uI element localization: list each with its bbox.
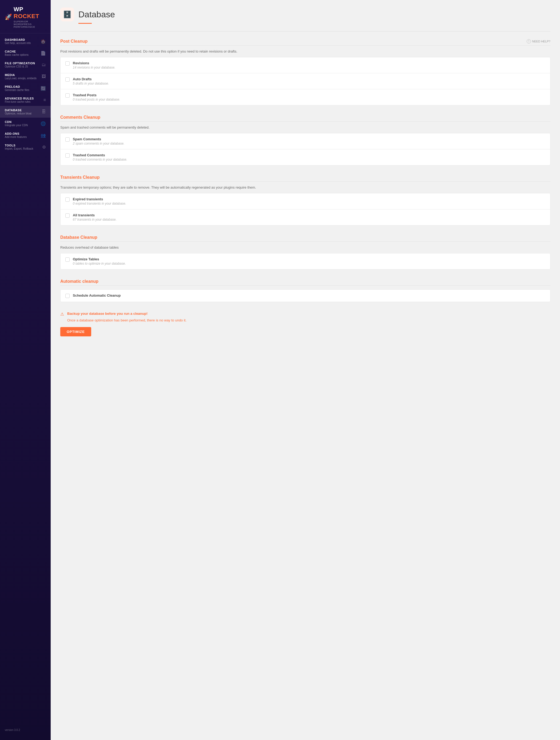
sidebar-item-file-optimization[interactable]: FILE OPTIMIZATION Optimize CSS & JS 🗂 <box>0 59 51 71</box>
nav-item-subtitle-media: LazyLoad, emojis, embeds <box>5 77 36 80</box>
nav-item-title-media: MEDIA <box>5 73 36 77</box>
nav-item-content-dashboard: DASHBOARD Get help, account info <box>5 38 31 44</box>
sidebar-item-preload[interactable]: PRELOAD Generate cache files 🔄 <box>0 82 51 94</box>
checkbox-auto-drafts[interactable] <box>65 77 70 82</box>
option-text-expired-transients: Expired transients 0 expired transients … <box>73 197 126 205</box>
option-label-optimize-tables: Optimize Tables <box>73 257 126 261</box>
nav-item-subtitle-cache: Basic cache options <box>5 53 28 56</box>
option-meta-all-transients: 67 transients in your database. <box>73 218 117 221</box>
nav-item-title-preload: PRELOAD <box>5 85 29 88</box>
checkbox-schedule-cleanup[interactable] <box>65 294 70 298</box>
nav-item-subtitle-advanced-rules: Fine-tune cache rules <box>5 100 34 103</box>
database-cleanup-desc: Reduces overhead of database tables <box>60 246 550 250</box>
main-content: 🗄️ Database Post Cleanup ? NEED HELP? Po… <box>51 0 560 740</box>
automatic-cleanup-divider <box>60 285 550 286</box>
option-row-spam-comments: Spam Comments 2 spam comments in your da… <box>60 133 550 149</box>
checkbox-trashed-posts[interactable] <box>65 93 70 98</box>
option-row-expired-transients: Expired transients 0 expired transients … <box>60 193 550 209</box>
option-meta-optimize-tables: 0 tables to optimize in your database. <box>73 262 126 265</box>
section-comments-cleanup-header: Comments Cleanup <box>60 115 550 120</box>
nav-item-content-tools: TOOLS Import, Export, Rollback <box>5 144 33 150</box>
option-row-trashed-posts: Trashed Posts 0 trashed posts in your da… <box>60 89 550 105</box>
undo-warning-text: Once a database optimization has been pe… <box>67 318 550 322</box>
nav-item-subtitle-file-optimization: Optimize CSS & JS <box>5 65 35 68</box>
sidebar-item-advanced-rules[interactable]: ADVANCED RULES Fine-tune cache rules ≡ <box>0 94 51 106</box>
option-label-expired-transients: Expired transients <box>73 197 126 201</box>
page-title-underline <box>79 23 92 24</box>
section-database-cleanup: Database Cleanup Reduces overhead of dat… <box>60 235 550 269</box>
logo-brand: WP ROCKET <box>14 6 46 20</box>
need-help-label: NEED HELP? <box>532 40 550 43</box>
section-transients-cleanup-header: Transients Cleanup <box>60 175 550 180</box>
nav-icon-preload: 🔄 <box>40 86 46 91</box>
option-label-all-transients: All transients <box>73 213 117 217</box>
warning-icon: ⚠ <box>60 311 65 317</box>
option-row-optimize-tables: Optimize Tables 0 tables to optimize in … <box>60 253 550 269</box>
checkbox-spam-comments[interactable] <box>65 137 70 142</box>
sidebar-item-database[interactable]: DATABASE Optimize, reduce bloat 🗄 <box>0 106 51 118</box>
nav-icon-advanced-rules: ≡ <box>43 98 46 102</box>
sidebar-item-media[interactable]: MEDIA LazyLoad, emojis, embeds 🖼 <box>0 71 51 82</box>
nav-item-title-file-optimization: FILE OPTIMIZATION <box>5 62 35 65</box>
checkbox-revisions[interactable] <box>65 61 70 66</box>
checkbox-optimize-tables[interactable] <box>65 257 70 262</box>
sidebar-item-cache[interactable]: CACHE Basic cache options 📄 <box>0 47 51 59</box>
nav-item-content-cache: CACHE Basic cache options <box>5 50 28 56</box>
nav-icon-file-optimization: 🗂 <box>41 63 46 67</box>
automatic-cleanup-title: Automatic cleanup <box>60 279 98 284</box>
optimize-button[interactable]: OPTIMIZE <box>60 327 91 337</box>
option-meta-expired-transients: 0 expired transients in your database. <box>73 202 126 205</box>
checkbox-trashed-comments[interactable] <box>65 154 70 158</box>
option-label-auto-drafts: Auto Drafts <box>73 77 109 81</box>
nav-item-subtitle-dashboard: Get help, account info <box>5 41 31 44</box>
option-label-revisions: Revisions <box>73 61 115 65</box>
nav-item-title-database: DATABASE <box>5 109 31 112</box>
nav-icon-cache: 📄 <box>40 51 46 56</box>
nav-item-title-tools: TOOLS <box>5 144 33 147</box>
need-help-button[interactable]: ? NEED HELP? <box>527 39 550 43</box>
automatic-cleanup-options: Schedule Automatic Cleanup <box>60 289 550 302</box>
option-text-optimize-tables: Optimize Tables 0 tables to optimize in … <box>73 257 126 265</box>
page-divider <box>60 31 550 31</box>
checkbox-expired-transients[interactable] <box>65 197 70 202</box>
nav-item-content-database: DATABASE Optimize, reduce bloat <box>5 109 31 115</box>
nav-icon-tools: ⚙ <box>42 145 46 150</box>
post-cleanup-options: Revisions 14 revisions in your database.… <box>60 57 550 105</box>
sidebar-version: version 3.0.2 <box>0 725 51 735</box>
option-meta-spam-comments: 2 spam comments in your database. <box>73 142 124 146</box>
comments-cleanup-desc: Spam and trashed comments will be perman… <box>60 125 550 129</box>
option-label-spam-comments: Spam Comments <box>73 137 124 141</box>
section-database-cleanup-header: Database Cleanup <box>60 235 550 240</box>
option-meta-trashed-comments: 0 trashed comments in your database. <box>73 158 127 161</box>
option-text-schedule-cleanup: Schedule Automatic Cleanup <box>73 293 121 297</box>
sidebar: 🚀 WP ROCKET Superior WordPress Performan… <box>0 0 51 740</box>
option-text-auto-drafts: Auto Drafts 5 drafts in your database. <box>73 77 109 85</box>
option-text-trashed-posts: Trashed Posts 0 trashed posts in your da… <box>73 93 120 101</box>
nav-icon-media: 🖼 <box>41 74 46 79</box>
sidebar-item-cdn[interactable]: CDN Integrate your CDN 🌐 <box>0 118 51 129</box>
option-label-schedule-cleanup: Schedule Automatic Cleanup <box>73 293 121 297</box>
comments-cleanup-options: Spam Comments 2 spam comments in your da… <box>60 133 550 165</box>
page-icon: 🗄️ <box>60 7 74 21</box>
option-row-all-transients: All transients 67 transients in your dat… <box>60 209 550 225</box>
sidebar-item-tools[interactable]: TOOLS Import, Export, Rollback ⚙ <box>0 141 51 153</box>
sidebar-item-dashboard[interactable]: DASHBOARD Get help, account info 🏠 <box>0 35 51 47</box>
database-cleanup-options: Optimize Tables 0 tables to optimize in … <box>60 253 550 269</box>
nav-icon-dashboard: 🏠 <box>40 39 46 44</box>
post-cleanup-desc: Post revisions and drafts will be perman… <box>60 50 550 53</box>
option-text-all-transients: All transients 67 transients in your dat… <box>73 213 117 221</box>
nav-icon-add-ons: 👥 <box>40 133 46 138</box>
nav-item-content-media: MEDIA LazyLoad, emojis, embeds <box>5 73 36 80</box>
option-text-spam-comments: Spam Comments 2 spam comments in your da… <box>73 137 124 146</box>
nav-item-title-add-ons: ADD-ONS <box>5 132 27 135</box>
checkbox-all-transients[interactable] <box>65 213 70 218</box>
option-label-trashed-comments: Trashed Comments <box>73 153 127 157</box>
transients-cleanup-divider <box>60 181 550 182</box>
logo-subtitle: Superior WordPress Performance <box>14 20 46 28</box>
page-header: 🗄️ Database <box>60 7 550 21</box>
page-title: Database <box>79 10 115 19</box>
nav-item-subtitle-add-ons: Add more features <box>5 135 27 138</box>
nav-icon-database: 🗄 <box>41 109 46 114</box>
sidebar-item-add-ons[interactable]: ADD-ONS Add more features 👥 <box>0 129 51 141</box>
nav-item-title-advanced-rules: ADVANCED RULES <box>5 97 34 100</box>
